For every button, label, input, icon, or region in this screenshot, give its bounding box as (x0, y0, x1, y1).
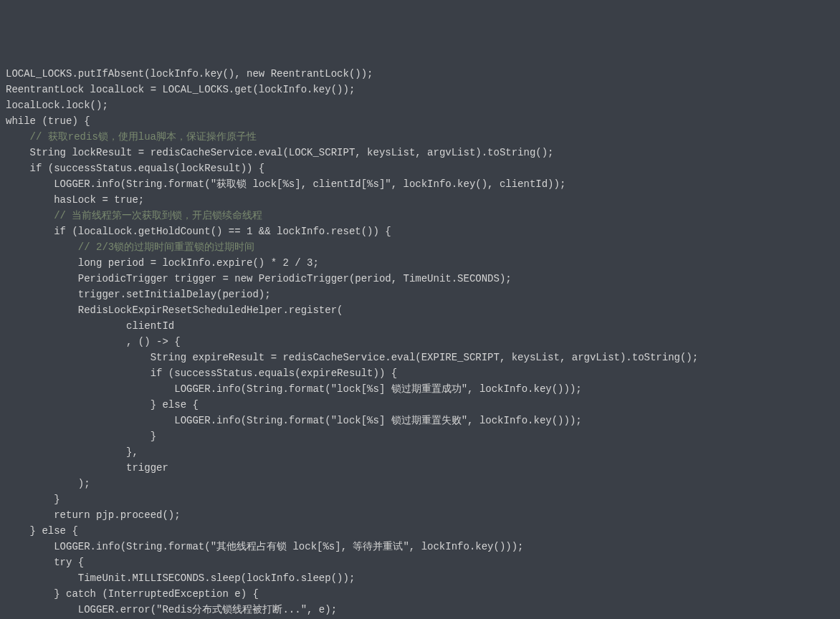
code-line[interactable]: if (successStatus.equals(expireResult)) … (6, 365, 834, 381)
code-line[interactable]: return pjp.proceed(); (6, 507, 834, 523)
code-line[interactable]: ); (6, 476, 834, 491)
code-line[interactable]: // 当前线程第一次获取到锁，开启锁续命线程 (6, 208, 834, 224)
code-line[interactable]: trigger.setInitialDelay(period); (6, 287, 834, 302)
code-line[interactable]: LOGGER.info(String.format("lock[%s] 锁过期重… (6, 413, 834, 428)
comment-text: // 2/3锁的过期时间重置锁的过期时间 (78, 241, 254, 253)
code-line[interactable]: ReentrantLock localLock = LOCAL_LOCKS.ge… (6, 82, 834, 97)
code-line[interactable]: trigger (6, 460, 834, 476)
code-line[interactable]: if (successStatus.equals(lockResult)) { (6, 160, 834, 176)
code-line[interactable]: LOCAL_LOCKS.putIfAbsent(lockInfo.key(), … (6, 66, 834, 82)
code-line[interactable]: LOGGER.info(String.format("获取锁 lock[%s],… (6, 176, 834, 192)
code-line[interactable]: hasLock = true; (6, 192, 834, 208)
code-line[interactable]: LOGGER.info(String.format("lock[%s] 锁过期重… (6, 381, 834, 397)
code-line[interactable]: // 获取redis锁，使用lua脚本，保证操作原子性 (6, 129, 834, 145)
code-line[interactable]: String lockResult = redisCacheService.ev… (6, 145, 834, 160)
code-line[interactable]: } (6, 428, 834, 444)
code-line[interactable]: } catch (InterruptedException e) { (6, 586, 834, 602)
code-line[interactable]: long period = lockInfo.expire() * 2 / 3; (6, 255, 834, 271)
code-line[interactable]: try { (6, 555, 834, 570)
code-line[interactable]: } else { (6, 523, 834, 539)
code-line[interactable]: } else { (6, 397, 834, 413)
code-line[interactable]: }, (6, 444, 834, 460)
comment-text: // 获取redis锁，使用lua脚本，保证操作原子性 (30, 131, 257, 143)
code-line[interactable]: RedisLockExpirResetScheduledHelper.regis… (6, 302, 834, 318)
code-line[interactable]: // 2/3锁的过期时间重置锁的过期时间 (6, 239, 834, 255)
code-line[interactable]: } (6, 491, 834, 507)
code-editor-viewport[interactable]: LOCAL_LOCKS.putIfAbsent(lockInfo.key(), … (6, 66, 834, 619)
code-line[interactable]: LOGGER.info(String.format("其他线程占有锁 lock[… (6, 539, 834, 555)
code-line[interactable]: String expireResult = redisCacheService.… (6, 350, 834, 365)
code-line[interactable]: LOGGER.error("Redis分布式锁线程被打断...", e); (6, 602, 834, 618)
code-line[interactable]: , () -> { (6, 334, 834, 350)
comment-text: // 当前线程第一次获取到锁，开启锁续命线程 (54, 210, 262, 221)
code-line[interactable]: PeriodicTrigger trigger = new PeriodicTr… (6, 271, 834, 287)
code-line[interactable]: TimeUnit.MILLISECONDS.sleep(lockInfo.sle… (6, 570, 834, 586)
code-line[interactable]: while (true) { (6, 113, 834, 129)
code-line[interactable]: if (localLock.getHoldCount() == 1 && loc… (6, 224, 834, 239)
code-line[interactable]: localLock.lock(); (6, 97, 834, 113)
code-line[interactable]: clientId (6, 318, 834, 334)
